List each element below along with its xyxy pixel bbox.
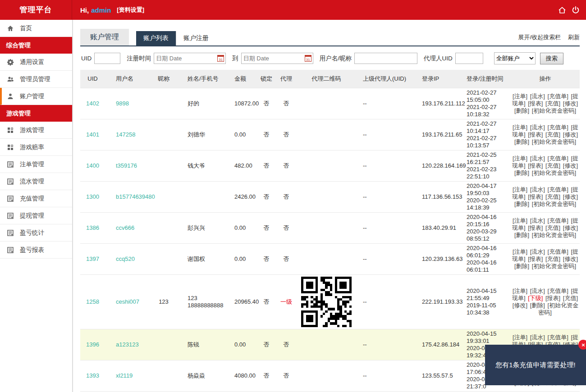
action-link[interactable]: [初始化资金密码] [532, 263, 576, 269]
action-link[interactable]: [注单] [513, 217, 527, 224]
action-link[interactable]: [流水] [530, 124, 545, 131]
action-link[interactable]: [流水] [530, 287, 545, 294]
action-link[interactable]: [修改] [563, 100, 578, 107]
action-link[interactable]: [修改] [563, 255, 578, 262]
tab-account-list[interactable]: 账户列表 [136, 31, 176, 46]
sidebar-item-8[interactable]: 注单管理 [0, 156, 72, 173]
action-link[interactable]: [报表] [528, 255, 543, 262]
cell-uid[interactable]: 1401 [80, 119, 105, 150]
action-link[interactable]: [报表] [545, 295, 560, 301]
action-link[interactable]: [报表] [528, 100, 543, 107]
action-link[interactable]: [充值单] [548, 334, 568, 341]
action-link[interactable]: [删除] [514, 201, 529, 207]
action-link[interactable]: [删除] [530, 302, 545, 309]
action-link[interactable]: [修改] [563, 162, 578, 169]
action-link[interactable]: [注单] [513, 155, 527, 162]
sidebar-item-4[interactable]: 账户管理 [0, 88, 72, 105]
cell-username[interactable]: t359176 [105, 150, 146, 181]
action-link[interactable]: [注单] [513, 248, 527, 255]
cell-username[interactable]: a123123 [105, 329, 146, 360]
action-link[interactable]: [流水] [530, 217, 545, 224]
date-to-input[interactable] [241, 53, 313, 64]
action-link[interactable]: [删除] [514, 107, 529, 114]
action-link[interactable]: [充值] [545, 100, 560, 107]
cell-username[interactable]: 9898 [105, 88, 146, 119]
action-link[interactable]: [下级] [528, 295, 543, 301]
action-link[interactable]: [充值单] [548, 124, 568, 131]
action-link[interactable]: [修改] [513, 302, 527, 309]
sidebar-item-2[interactable]: 通用设置 [0, 54, 72, 71]
account-type-select[interactable]: 全部账户 [494, 52, 536, 64]
action-link[interactable]: [充值单] [548, 186, 568, 193]
action-link[interactable]: [修改] [563, 131, 578, 138]
toast-close-icon[interactable]: × [578, 340, 586, 350]
cell-username[interactable]: ccv666 [105, 212, 146, 243]
cell-uid[interactable]: 1386 [80, 212, 105, 243]
action-link[interactable]: [注单] [513, 124, 527, 131]
action-link[interactable]: [初始化资金密码] [532, 201, 576, 207]
action-link[interactable]: [充值] [545, 193, 560, 200]
action-link[interactable]: [充值单] [548, 287, 568, 294]
action-link[interactable]: [删除] [514, 169, 529, 176]
action-link[interactable]: [报表] [528, 131, 543, 138]
action-link[interactable]: [注单] [513, 287, 527, 294]
module-tab-account-management[interactable]: 账户管理 [80, 29, 129, 46]
action-link[interactable]: [充值单] [548, 248, 568, 255]
action-link[interactable]: [删除] [514, 232, 529, 238]
action-link[interactable]: [初始化资金密码] [532, 232, 576, 238]
search-button[interactable]: 搜索 [540, 53, 563, 64]
toggle-search-link[interactable]: 展开/收起搜索栏 [518, 33, 561, 41]
cell-uid[interactable]: 1300 [80, 181, 105, 212]
cell-username[interactable]: b15774639480 [105, 181, 146, 212]
sidebar-item-3[interactable]: 管理员管理 [0, 71, 72, 88]
cell-uid[interactable]: 1400 [80, 150, 105, 181]
action-link[interactable]: [流水] [530, 186, 545, 193]
sidebar-item-0[interactable]: 首页 [0, 20, 72, 37]
cell-username[interactable]: 147258 [105, 119, 146, 150]
action-link[interactable]: [充值] [563, 295, 578, 301]
action-link[interactable]: [充值] [545, 131, 560, 138]
tab-account-register[interactable]: 账户注册 [176, 31, 216, 46]
uid-input[interactable] [94, 53, 120, 64]
action-link[interactable]: [修改] [563, 224, 578, 231]
agent-uid-input[interactable] [455, 53, 483, 64]
action-link[interactable]: [流水] [530, 93, 545, 100]
action-link[interactable]: [充值单] [548, 217, 568, 224]
action-link[interactable]: [注单] [513, 186, 527, 193]
action-link[interactable]: [充值] [545, 255, 560, 262]
sidebar-item-9[interactable]: 流水管理 [0, 173, 72, 190]
action-link[interactable]: [注单] [513, 93, 527, 100]
cell-uid[interactable]: 1396 [80, 329, 105, 360]
power-logout-icon[interactable] [572, 6, 580, 14]
cell-username[interactable]: xl2119 [105, 360, 146, 391]
action-link[interactable]: [流水] [530, 248, 545, 255]
username-nickname-input[interactable] [354, 53, 417, 64]
action-link[interactable]: [初始化资金密码] [532, 169, 576, 176]
action-link[interactable]: [注单] [513, 334, 527, 341]
cell-uid[interactable]: 1393 [80, 360, 105, 391]
cell-uid[interactable]: 1258 [80, 274, 105, 329]
action-link[interactable]: [修改] [563, 193, 578, 200]
action-link[interactable]: [报表] [528, 193, 543, 200]
action-link[interactable]: [充值] [545, 162, 560, 169]
action-link[interactable]: [充值单] [548, 155, 568, 162]
date-from-input[interactable] [154, 53, 226, 64]
home-icon[interactable] [558, 6, 566, 14]
sidebar-item-11[interactable]: 提现管理 [0, 207, 72, 224]
sidebar-item-12[interactable]: 盈亏统计 [0, 224, 72, 242]
calendar-icon[interactable]: 31 [305, 55, 311, 62]
calendar-icon[interactable]: 31 [217, 55, 224, 62]
sidebar-item-6[interactable]: 游戏管理 [0, 122, 72, 139]
action-link[interactable]: [初始化资金密码] [532, 107, 576, 114]
cell-uid[interactable]: 1402 [80, 88, 105, 119]
action-link[interactable]: [初始化资金密码] [532, 138, 576, 145]
recharge-toast[interactable]: 您有1条充值申请需要处理! × [485, 345, 586, 385]
action-link[interactable]: [报表] [528, 224, 543, 231]
action-link[interactable]: [充值] [545, 224, 560, 231]
action-link[interactable]: [报表] [528, 162, 543, 169]
cell-username[interactable]: ceshi007 [105, 274, 146, 329]
profile-settings-link[interactable]: [资料设置] [117, 6, 144, 14]
sidebar-item-7[interactable]: 游戏赔率 [0, 139, 72, 156]
sidebar-item-13[interactable]: 盈亏报表 [0, 242, 72, 259]
action-link[interactable]: [充值单] [548, 93, 568, 100]
